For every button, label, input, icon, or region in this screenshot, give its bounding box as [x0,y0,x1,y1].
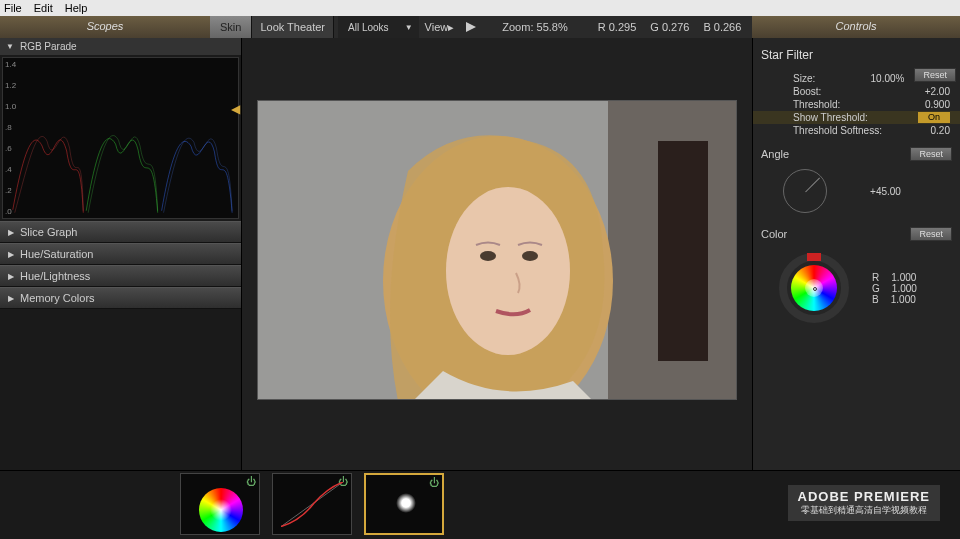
collapse-icon: ▼ [6,42,14,51]
scopes-panel: ▼ RGB Parade 1.41.21.0.8.6.4.2.0 ◀ ▶Slic… [0,38,242,470]
effect-thumb-curves[interactable]: ⏻ [272,473,352,535]
reset-button-angle[interactable]: Reset [910,147,952,161]
param-threshold[interactable]: Threshold:0.900 [753,98,960,111]
angle-value[interactable]: +45.00 [870,186,901,197]
power-icon[interactable]: ⏻ [246,476,256,487]
accordion-memory-colors[interactable]: ▶Memory Colors [0,287,241,309]
param-size[interactable]: Size:10.00% [753,72,914,85]
toolbar: Scopes Skin Look Theater All Looks View … [0,16,960,38]
menu-edit[interactable]: Edit [34,2,53,14]
menu-help[interactable]: Help [65,2,88,14]
controls-panel-header: Controls [752,16,960,38]
svg-line-11 [281,482,343,527]
reset-button-color[interactable]: Reset [910,227,952,241]
svg-point-10 [522,251,538,261]
angle-dial[interactable] [783,169,827,213]
param-threshold-softness[interactable]: Threshold Softness:0.20 [753,124,960,137]
skin-button[interactable]: Skin [210,16,252,38]
scopes-panel-header: Scopes [0,16,210,38]
watermark: ADOBE PREMIERE 零基础到精通高清自学视频教程 [788,485,940,521]
effect-thumb-colorwheel[interactable]: ⏻ [180,473,260,535]
param-show-threshold[interactable]: Show Threshold:On [753,111,960,124]
menu-file[interactable]: File [4,2,22,14]
svg-marker-0 [466,22,476,32]
color-rgb-values: R1.000 G1.000 B1.000 [872,272,917,305]
zoom-readout: Zoom: 55.8% [482,16,587,38]
look-theater-label: Look Theater [252,16,334,38]
play-icon [466,22,476,32]
rgb-parade-scope: 1.41.21.0.8.6.4.2.0 ◀ [2,57,239,219]
angle-section-header: Angle Reset [753,143,960,165]
accordion-slice-graph[interactable]: ▶Slice Graph [0,221,241,243]
param-boost[interactable]: Boost:+2.00 [753,85,960,98]
rgb-readout: R 0.295 G 0.276 B 0.266 [588,16,752,38]
preview-image[interactable] [257,100,737,400]
rgb-parade-header[interactable]: ▼ RGB Parade [0,38,241,55]
on-badge: On [918,112,950,123]
effect-thumb-starfilter[interactable]: ⏻ [364,473,444,535]
filter-title: Star Filter [753,38,960,68]
play-button[interactable] [460,16,482,38]
expand-icon: ▶ [8,228,14,237]
menu-bar: File Edit Help [0,0,960,16]
svg-point-8 [446,187,570,355]
view-button[interactable]: View ▸ [419,16,461,38]
controls-panel: Star Filter Reset Size:10.00% Boost:+2.0… [752,38,960,470]
all-looks-dropdown[interactable]: All Looks [338,16,419,38]
waveform-graphic [3,58,238,215]
color-wheel[interactable] [779,253,849,323]
accordion-hue-saturation[interactable]: ▶Hue/Saturation [0,243,241,265]
expand-icon: ▶ [8,294,14,303]
svg-rect-3 [658,141,708,361]
expand-icon: ▶ [8,272,14,281]
reset-button-main[interactable]: Reset [914,68,956,82]
color-section-header: Color Reset [753,223,960,245]
viewer-panel [242,38,752,470]
power-icon[interactable]: ⏻ [429,477,439,488]
expand-icon: ▶ [8,250,14,259]
svg-point-9 [480,251,496,261]
accordion-hue-lightness[interactable]: ▶Hue/Lightness [0,265,241,287]
